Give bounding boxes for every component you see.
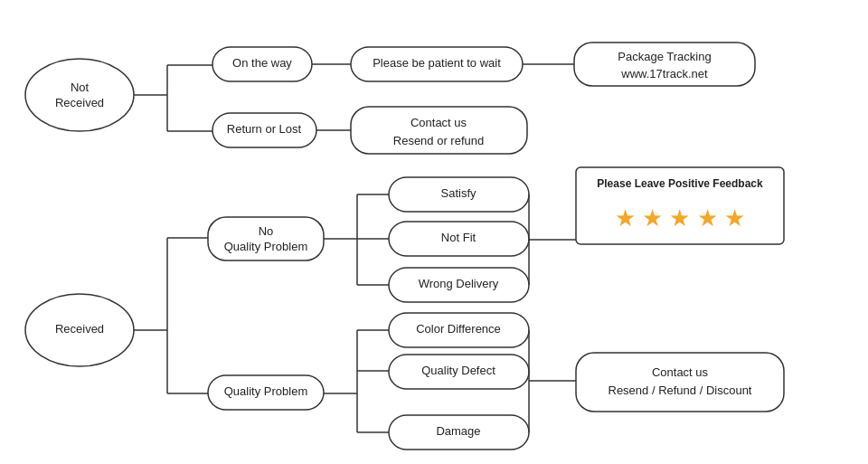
quality-defect-label: Quality Defect [421, 364, 495, 377]
not-fit-label: Not Fit [441, 231, 476, 244]
not-received-node [25, 59, 134, 131]
return-lost-label: Return or Lost [227, 122, 302, 136]
no-quality-problem-label1: No [259, 224, 274, 238]
contact-resend-label1: Contact us [410, 116, 467, 129]
no-quality-problem-label2: Quality Problem [224, 240, 307, 253]
on-the-way-label: On the way [232, 56, 292, 70]
contact-resend-label2: Resend or refund [393, 134, 484, 147]
quality-problem-label: Quality Problem [224, 384, 307, 398]
color-difference-label: Color Difference [416, 322, 501, 336]
please-patient-label: Please be patient to wait [373, 56, 501, 70]
not-received-label2: Received [55, 96, 104, 109]
stars: ★ ★ ★ ★ ★ [615, 204, 745, 232]
satisfy-label: Satisfy [440, 186, 476, 200]
contact-refund-label2: Resend / Refund / Discount [609, 384, 752, 397]
flowchart-diagram: Not Received On the way Please be patien… [0, 0, 868, 464]
received-label: Received [55, 322, 104, 336]
please-leave-feedback-label1: Please Leave Positive Feedback [597, 177, 763, 190]
no-quality-problem-node [208, 217, 324, 260]
package-tracking-label1: Package Tracking [618, 50, 711, 63]
damage-label: Damage [436, 424, 480, 438]
not-received-label: Not [71, 80, 90, 94]
contact-refund-label1: Contact us [652, 365, 709, 379]
contact-refund-node [576, 353, 784, 412]
package-tracking-label2: www.17track.net [620, 67, 708, 80]
wrong-delivery-label: Wrong Delivery [419, 277, 499, 290]
